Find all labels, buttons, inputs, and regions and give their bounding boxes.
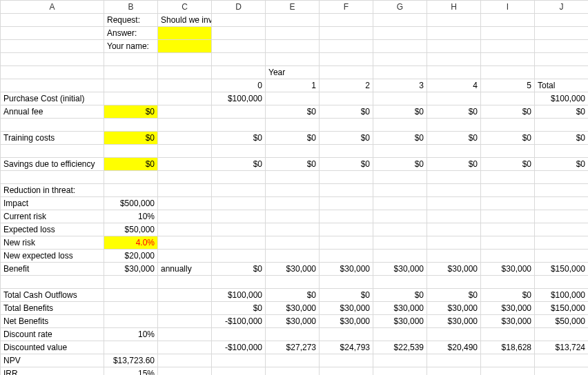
col-header[interactable]: F [320, 1, 373, 14]
label-reduction[interactable]: Reduction in threat: [1, 184, 104, 197]
label-purchase[interactable]: Purchase Cost (initial) [1, 92, 104, 105]
col-header[interactable]: D [212, 1, 266, 14]
label-training[interactable]: Training costs [1, 132, 104, 145]
label-total[interactable]: Total [535, 79, 589, 92]
yourname-input[interactable] [158, 40, 212, 53]
row-year-label: Year [1, 66, 589, 79]
annualfee-input[interactable]: $0 [104, 105, 158, 119]
row-benefits: Total Benefits $0 $30,000 $30,000 $30,00… [1, 302, 589, 315]
row-reduction: Reduction in threat: [1, 184, 589, 197]
year-4[interactable]: 4 [427, 79, 481, 92]
row-blank [1, 276, 589, 289]
label-answer[interactable]: Answer: [104, 27, 158, 40]
row-blank [1, 171, 589, 184]
label-annualfee[interactable]: Annual fee [1, 105, 104, 119]
label-newrisk[interactable]: New risk [1, 236, 104, 250]
newexpectedloss-value[interactable]: $20,000 [104, 250, 158, 263]
row-yourname: Your name: [1, 40, 589, 53]
year-1[interactable]: 1 [266, 79, 320, 92]
row-blank [1, 119, 589, 132]
row-outflows: Total Cash Outflows $100,000 $0 $0 $0 $0… [1, 289, 589, 302]
savings-input[interactable]: $0 [104, 158, 158, 171]
label-newexpectedloss[interactable]: New expected loss [1, 250, 104, 263]
request-text: Should we invest $100,000 in the propose… [161, 15, 212, 25]
impact-value[interactable]: $500,000 [104, 197, 158, 210]
col-header[interactable]: A [1, 1, 104, 14]
label-netbenefits[interactable]: Net Benefits [1, 315, 104, 328]
column-header-row: A B C D E F G H I J [1, 1, 589, 14]
discountrate-value[interactable]: 10% [104, 328, 158, 341]
year-0[interactable]: 0 [212, 79, 266, 92]
label-irr[interactable]: IRR [1, 367, 104, 376]
label-savings[interactable]: Savings due to efficiency [1, 158, 104, 171]
row-netbenefits: Net Benefits -$100,000 $30,000 $30,000 $… [1, 315, 589, 328]
col-header[interactable]: E [266, 1, 320, 14]
request-text-cell[interactable]: Should we invest $100,000 in the propose… [158, 14, 212, 27]
col-header[interactable]: B [104, 1, 158, 14]
label-benefits[interactable]: Total Benefits [1, 302, 104, 315]
row-purchase: Purchase Cost (initial) $100,000 $100,00… [1, 92, 589, 105]
label-npv[interactable]: NPV [1, 354, 104, 367]
col-header[interactable]: H [427, 1, 481, 14]
purchase-total[interactable]: $100,000 [535, 92, 589, 105]
row-irr: IRR 15% [1, 367, 589, 376]
row-answer: Answer: [1, 27, 589, 40]
label-expectedloss[interactable]: Expected loss [1, 223, 104, 236]
year-3[interactable]: 3 [373, 79, 427, 92]
expectedloss-value[interactable]: $50,000 [104, 223, 158, 236]
col-header[interactable]: I [481, 1, 535, 14]
training-input[interactable]: $0 [104, 132, 158, 145]
row-savings: Savings due to efficiency $0 $0 $0 $0 $0… [1, 158, 589, 171]
year-2[interactable]: 2 [320, 79, 373, 92]
row-currentrisk: Current risk 10% [1, 210, 589, 223]
row-blank [1, 53, 589, 66]
row-npv: NPV $13,723.60 [1, 354, 589, 367]
row-discountrate: Discount rate 10% [1, 328, 589, 341]
row-expectedloss: Expected loss $50,000 [1, 223, 589, 236]
label-yourname[interactable]: Your name: [104, 40, 158, 53]
label-discounted[interactable]: Discounted value [1, 341, 104, 354]
label-benefit[interactable]: Benefit [1, 263, 104, 276]
irr-value[interactable]: 15% [104, 367, 158, 376]
row-annualfee: Annual fee $0 $0 $0 $0 $0 $0 $0 [1, 105, 589, 119]
label-outflows[interactable]: Total Cash Outflows [1, 289, 104, 302]
year-5[interactable]: 5 [481, 79, 535, 92]
col-header[interactable]: G [373, 1, 427, 14]
purchase-y0[interactable]: $100,000 [212, 92, 266, 105]
row-blank [1, 145, 589, 158]
label-impact[interactable]: Impact [1, 197, 104, 210]
label-discountrate[interactable]: Discount rate [1, 328, 104, 341]
row-impact: Impact $500,000 [1, 197, 589, 210]
label-currentrisk[interactable]: Current risk [1, 210, 104, 223]
spreadsheet[interactable]: A B C D E F G H I J Request: Should we i… [0, 0, 588, 375]
row-request: Request: Should we invest $100,000 in th… [1, 14, 589, 27]
row-discounted: Discounted value -$100,000 $27,273 $24,7… [1, 341, 589, 354]
currentrisk-value[interactable]: 10% [104, 210, 158, 223]
row-year-numbers: 0 1 2 3 4 5 Total [1, 79, 589, 92]
label-request[interactable]: Request: [104, 14, 158, 27]
col-header[interactable]: C [158, 1, 212, 14]
row-training: Training costs $0 $0 $0 $0 $0 $0 $0 $0 [1, 132, 589, 145]
newrisk-input[interactable]: 4.0% [104, 236, 158, 250]
benefit-value[interactable]: $30,000 [104, 263, 158, 276]
label-annually[interactable]: annually [158, 263, 212, 276]
cell[interactable] [1, 14, 104, 27]
npv-value[interactable]: $13,723.60 [104, 354, 158, 367]
label-year[interactable]: Year [266, 66, 320, 79]
row-benefit: Benefit $30,000 annually $0 $30,000 $30,… [1, 263, 589, 276]
row-newexpectedloss: New expected loss $20,000 [1, 250, 589, 263]
row-newrisk: New risk 4.0% [1, 236, 589, 250]
answer-input[interactable] [158, 27, 212, 40]
col-header[interactable]: J [535, 1, 589, 14]
